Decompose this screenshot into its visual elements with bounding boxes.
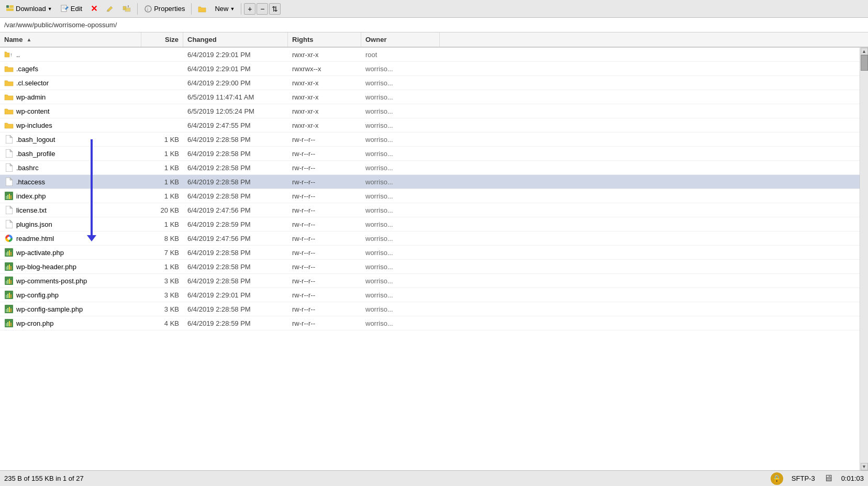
cell-changed: 6/5/2019 11:47:41 AM [183,91,288,103]
cell-name: wp-activate.php [0,246,141,259]
table-row[interactable]: wp-cron.php4 KB6/4/2019 2:28:59 PMrw-r--… [0,316,860,330]
new-folder-button[interactable] [194,3,210,15]
svg-marker-29 [6,206,13,214]
cell-size [141,81,183,85]
cell-rights: rw-r--r-- [288,233,361,245]
svg-text:i: i [147,7,148,12]
cell-owner: worriso... [361,162,440,174]
delete-button[interactable]: ✕ [87,2,101,16]
status-time: 0:01:03 [841,474,864,482]
download-icon [6,5,14,13]
cell-name: wp-content [0,104,141,118]
cell-size: 1 KB [141,190,183,202]
scroll-up-arrow[interactable]: ▲ [861,48,868,55]
table-row[interactable]: .cagefs6/4/2019 2:29:01 PMrwxrwx--xworri… [0,62,860,76]
scroll-down-arrow[interactable]: ▼ [861,463,868,470]
table-row[interactable]: wp-config.php3 KB6/4/2019 2:29:01 PMrw-r… [0,288,860,302]
cell-changed: 6/4/2019 2:28:58 PM [183,247,288,259]
svg-rect-54 [10,294,12,298]
col-header-rights[interactable]: Rights [288,32,361,47]
vertical-scrollbar[interactable]: ▲ ▼ [860,48,868,470]
svg-marker-31 [6,220,13,228]
table-row[interactable]: plugins.json1 KB6/4/2019 2:28:59 PMrw-r-… [0,217,860,231]
file-name: plugins.json [16,220,52,228]
scrollbar-thumb[interactable] [861,55,868,71]
status-protocol: SFTP-3 [792,474,815,482]
table-row[interactable]: .bash_profile1 KB6/4/2019 2:28:58 PMrw-r… [0,147,860,161]
cell-rights: rwxr-xr-x [288,77,361,89]
cell-rights: rw-r--r-- [288,275,361,287]
cell-owner: worriso... [361,289,440,301]
table-row[interactable]: .bash_logout1 KB6/4/2019 2:28:58 PMrw-r-… [0,132,860,147]
php-icon [4,318,14,328]
edit-button[interactable]: Edit [57,3,86,15]
cell-name: wp-includes [0,118,141,132]
download-arrow: ▼ [48,6,52,12]
add-button[interactable]: + [244,3,255,15]
new-button[interactable]: New ▼ [211,3,238,15]
table-row[interactable]: .htaccess1 KB6/4/2019 2:28:58 PMrw-r--r-… [0,175,860,189]
svg-rect-43 [9,264,10,270]
rename-button[interactable] [102,3,118,15]
svg-rect-37 [7,251,8,256]
table-row[interactable]: wp-includes6/4/2019 2:47:55 PMrwxr-xr-xw… [0,118,860,132]
table-row[interactable]: wp-activate.php7 KB6/4/2019 2:28:58 PMrw… [0,246,860,260]
file-icon [4,149,14,158]
table-row[interactable]: index.php1 KB6/4/2019 2:28:58 PMrw-r--r-… [0,189,860,203]
scrollbar-track[interactable] [861,55,868,463]
col-header-owner[interactable]: Owner [361,32,440,47]
cell-size: 1 KB [141,261,183,273]
file-name: .cl.selector [16,79,49,87]
download-label: Download [16,5,46,13]
download-button[interactable]: Download ▼ [2,3,56,15]
new-arrow: ▼ [230,6,235,12]
svg-rect-28 [10,195,12,199]
cell-owner: worriso... [361,218,440,230]
file-name: .. [16,51,20,59]
folder-icon [4,78,14,87]
col-header-changed[interactable]: Changed [183,32,288,47]
cell-size: 7 KB [141,247,183,259]
cell-name: .cl.selector [0,76,141,90]
status-bar: 235 B of 155 KB in 1 of 27 🔒 SFTP-3 🖥 0:… [0,470,868,486]
cell-owner: worriso... [361,134,440,146]
file-name: .cagefs [16,65,38,73]
php-icon [4,304,14,314]
col-header-size[interactable]: Size [141,32,183,47]
svg-rect-36 [6,252,7,256]
cell-name: .bash_profile [0,147,141,160]
svg-marker-30 [10,206,13,208]
folder-icon [4,64,14,73]
svg-marker-17 [10,135,13,138]
svg-rect-64 [10,323,12,326]
table-row[interactable]: ↑ ..6/4/2019 2:29:01 PMrwxr-xr-xroot [0,48,860,62]
php-icon [4,262,14,271]
cell-changed: 6/4/2019 2:28:58 PM [183,190,288,202]
sort-arrow-name: ▲ [26,37,31,42]
svg-rect-57 [7,308,8,312]
php-icon [4,191,14,201]
table-row[interactable]: license.txt20 KB6/4/2019 2:47:56 PMrw-r-… [0,203,860,217]
table-row[interactable]: .bashrc1 KB6/4/2019 2:28:58 PMrw-r--r--w… [0,161,860,175]
col-header-name[interactable]: Name ▲ [0,32,141,47]
properties-button[interactable]: i Properties [140,3,188,15]
move-button[interactable] [119,3,135,15]
minus-button[interactable]: − [257,3,268,15]
table-row[interactable]: wp-blog-header.php1 KB6/4/2019 2:28:58 P… [0,260,860,274]
svg-rect-61 [6,323,7,326]
table-row[interactable]: readme.html8 KB6/4/2019 2:47:56 PMrw-r--… [0,231,860,246]
file-icon [4,177,14,186]
folder-icon [4,106,14,116]
cell-size [141,67,183,71]
table-row[interactable]: wp-comments-post.php3 KB6/4/2019 2:28:58… [0,274,860,288]
sort-button[interactable]: ⇅ [269,3,281,15]
svg-marker-20 [6,163,13,172]
cell-rights: rwxr-xr-x [288,49,361,61]
file-name: .bashrc [16,164,39,172]
table-row[interactable]: wp-content6/5/2019 12:05:24 PMrwxr-xr-xw… [0,104,860,118]
cell-rights: rw-r--r-- [288,218,361,230]
table-row[interactable]: wp-admin6/5/2019 11:47:41 AMrwxr-xr-xwor… [0,90,860,104]
table-row[interactable]: wp-config-sample.php3 KB6/4/2019 2:28:58… [0,302,860,316]
table-row[interactable]: .cl.selector6/4/2019 2:29:00 PMrwxr-xr-x… [0,76,860,90]
cell-size: 20 KB [141,204,183,216]
